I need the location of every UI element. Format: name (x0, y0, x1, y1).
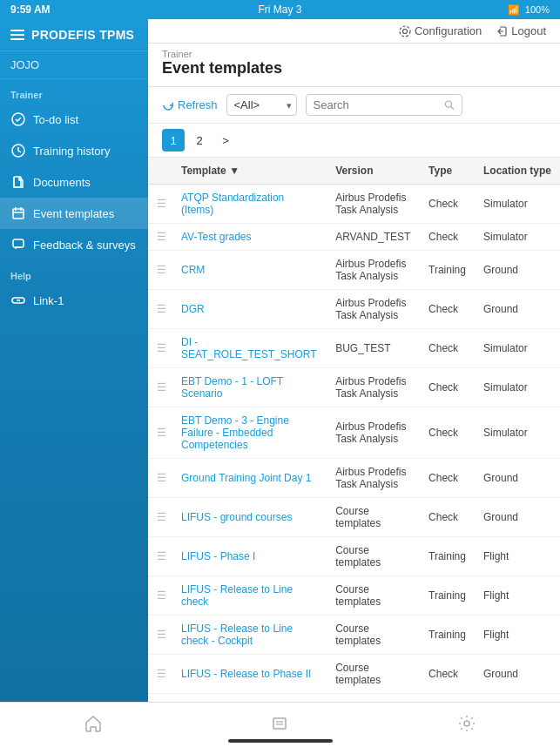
drag-handle[interactable]: ☰ (148, 616, 172, 655)
template-link[interactable]: EBT Demo - 1 - LOFT Scenario (181, 375, 283, 400)
template-link[interactable]: EBT Demo - 3 - Engine Failure - Embedded… (181, 414, 289, 451)
trainer-section-label: Trainer (0, 79, 148, 104)
sidebar-item-feedback[interactable]: Feedback & surveys (0, 229, 148, 260)
cell-version: Airbus Prodefis Task Analysis (327, 185, 420, 224)
table-row: ☰ EBT Demo - 1 - LOFT Scenario Airbus Pr… (148, 368, 560, 407)
bottom-bar-list[interactable] (186, 714, 373, 733)
cell-template: LIFUS - Release to Phase II (172, 655, 327, 694)
filter-select[interactable]: <All> Check Training (226, 94, 297, 116)
search-input[interactable] (314, 98, 441, 111)
clock-icon (10, 143, 26, 158)
sidebar-user: JOJO (0, 51, 148, 79)
cell-type: Check (420, 329, 475, 368)
template-link[interactable]: DI - SEAT_ROLE_TEST_SHORT (181, 336, 317, 360)
table-row: ☰ LIFUS - Release to Phase II Course tem… (148, 655, 560, 694)
cell-type: Training (420, 694, 475, 703)
bottom-bar-settings[interactable] (374, 714, 560, 733)
refresh-button[interactable]: Refresh (162, 98, 218, 111)
table-row: ☰ CRM Airbus Prodefis Task Analysis Trai… (148, 251, 560, 290)
table-row: ☰ DGR Airbus Prodefis Task Analysis Chec… (148, 290, 560, 329)
template-link[interactable]: CRM (181, 264, 205, 276)
drag-handle[interactable]: ☰ (148, 576, 172, 616)
col-type: Type (420, 158, 475, 185)
table-row: ☰ Ground Training Joint Day 1 Airbus Pro… (148, 459, 560, 498)
cell-template: LIFUS - ground courses (172, 498, 327, 537)
cell-template: EBT Demo - 3 - Engine Failure - Embedded… (172, 407, 327, 459)
cell-location: Simulator (475, 185, 560, 224)
cell-version: Course templates (327, 537, 420, 576)
sidebar-item-label-documents: Documents (33, 176, 91, 189)
logout-button[interactable]: Logout (496, 24, 546, 37)
cell-version: Course templates (327, 498, 420, 537)
table-header-row: Template ▼ Version Type Location type (148, 158, 560, 185)
sidebar-item-link1[interactable]: Link-1 (0, 285, 148, 316)
cell-type: Check (420, 290, 475, 329)
svg-rect-14 (273, 718, 286, 729)
home-icon (84, 714, 103, 733)
sidebar-item-label-link1: Link-1 (33, 294, 64, 307)
cell-template: AV-Test grades (172, 224, 327, 251)
table-container: Template ▼ Version Type Location type ☰ … (148, 158, 560, 702)
page-next-button[interactable]: > (214, 129, 237, 151)
menu-icon[interactable] (10, 30, 24, 40)
cell-location: Ground (475, 290, 560, 329)
cell-type: Check (420, 368, 475, 407)
drag-handle[interactable]: ☰ (148, 251, 172, 290)
template-link[interactable]: LIFUS - Release to Phase II (181, 668, 311, 680)
drag-handle[interactable]: ☰ (148, 655, 172, 694)
col-template[interactable]: Template ▼ (172, 158, 327, 185)
cell-location: Simulator (475, 224, 560, 251)
battery-text: 100% (525, 4, 550, 15)
sidebar-item-documents[interactable]: Documents (0, 166, 148, 198)
cell-version: ARVAND_TEST (327, 224, 420, 251)
cell-type: Training (420, 537, 475, 576)
drag-handle[interactable]: ☰ (148, 329, 172, 368)
cell-template: LIFUS - Release to Line check - Cockpit (172, 616, 327, 655)
drag-handle[interactable]: ☰ (148, 407, 172, 459)
drag-handle[interactable]: ☰ (148, 185, 172, 224)
sidebar-item-event-templates[interactable]: Event templates (0, 198, 148, 229)
template-link[interactable]: DGR (181, 303, 205, 315)
cell-location: Simulator (475, 368, 560, 407)
pagination: 1 2 > (148, 124, 560, 158)
cell-template: LIFUS - Release to Line check (172, 576, 327, 616)
search-icon (444, 99, 455, 111)
drag-handle[interactable]: ☰ (148, 537, 172, 576)
status-bar: 9:59 AM Fri May 3 📶 100% (0, 0, 560, 19)
sidebar: PRODEFIS TPMS JOJO Trainer To-do list T (0, 19, 148, 702)
template-link[interactable]: LIFUS - Phase I (181, 550, 255, 562)
drag-handle[interactable]: ☰ (148, 459, 172, 498)
drag-handle[interactable]: ☰ (148, 498, 172, 537)
template-link[interactable]: LIFUS - ground courses (181, 511, 292, 523)
drag-handle[interactable]: ☰ (148, 368, 172, 407)
drag-handle[interactable]: ☰ (148, 224, 172, 251)
filter-wrapper: <All> Check Training (226, 94, 297, 116)
table-row: ☰ DI - SEAT_ROLE_TEST_SHORT BUG_TEST Che… (148, 329, 560, 368)
svg-rect-3 (13, 209, 24, 219)
page-2-button[interactable]: 2 (188, 129, 211, 151)
page-1-button[interactable]: 1 (162, 129, 185, 151)
cell-template: LIFUS - Side test Cockpit (172, 694, 327, 703)
drag-handle[interactable]: ☰ (148, 694, 172, 703)
cell-location: Ground (475, 498, 560, 537)
cell-version: Course templates (327, 694, 420, 703)
svg-line-13 (450, 106, 453, 109)
sidebar-item-label-history: Training history (33, 145, 110, 158)
template-link[interactable]: LIFUS - Release to Line check - Cockpit (181, 622, 293, 647)
template-link[interactable]: AV-Test grades (181, 231, 251, 243)
cell-location: Simulator (475, 329, 560, 368)
configuration-button[interactable]: Configuration (399, 24, 482, 37)
cell-location: Ground (475, 459, 560, 498)
sidebar-item-todo[interactable]: To-do list (0, 104, 148, 135)
status-date: Fri May 3 (258, 3, 301, 16)
table-row: ☰ LIFUS - ground courses Course template… (148, 498, 560, 537)
template-link[interactable]: ATQP Standardization (Items) (181, 192, 284, 216)
bottom-bar-home[interactable] (0, 714, 186, 733)
drag-handle[interactable]: ☰ (148, 290, 172, 329)
cell-location: Flight (475, 537, 560, 576)
cell-location: Simulator (475, 407, 560, 459)
sidebar-item-history[interactable]: Training history (0, 135, 148, 166)
template-link[interactable]: Ground Training Joint Day 1 (181, 472, 311, 484)
template-link[interactable]: LIFUS - Release to Line check (181, 583, 293, 608)
cell-location: Simulator (475, 694, 560, 703)
